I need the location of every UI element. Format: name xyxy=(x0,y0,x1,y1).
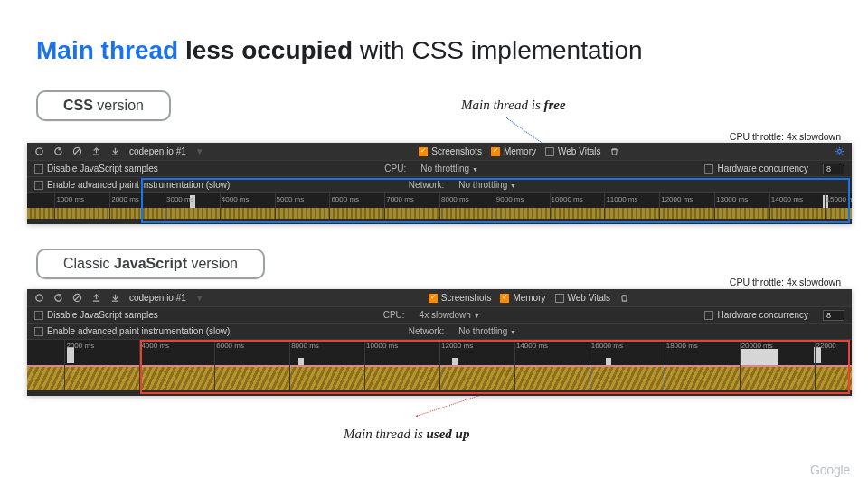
record-icon[interactable] xyxy=(34,146,44,156)
hw-concurrency-input[interactable]: 8 xyxy=(823,164,844,174)
svg-point-4 xyxy=(36,295,42,301)
devtools-panel-css: codepen.io #1 ▼ Screenshots Memory Web V… xyxy=(27,143,852,224)
disable-js-checkbox[interactable]: Disable JavaScript samples xyxy=(34,164,158,174)
webvitals-checkbox[interactable]: Web Vitals xyxy=(545,146,600,156)
timeline-tick: 22000 xyxy=(816,342,836,350)
devtools-panel-js: codepen.io #1 ▼ Screenshots Memory Web V… xyxy=(27,289,852,396)
webvitals-checkbox[interactable]: Web Vitals xyxy=(555,293,610,303)
timeline-tick: 16000 ms xyxy=(591,342,623,350)
timeline-tick: 15000 ms xyxy=(826,195,852,203)
devtools-settings-row-1: Disable JavaScript samples CPU: 4x slowd… xyxy=(27,307,852,324)
timeline-tick: 10000 ms xyxy=(366,342,398,350)
gear-icon[interactable] xyxy=(835,146,844,156)
timeline-tick: 6000 ms xyxy=(216,342,244,350)
timeline-js[interactable]: 2000 ms4000 ms6000 ms8000 ms10000 ms1200… xyxy=(27,340,852,390)
slide-title: Main thread less occupied with CSS imple… xyxy=(36,36,643,65)
memory-checkbox[interactable]: Memory xyxy=(500,293,545,303)
hw-concurrency-input[interactable]: 8 xyxy=(823,310,844,321)
label-css-version: CSS version xyxy=(36,90,171,121)
timeline-tick: 13000 ms xyxy=(716,195,748,203)
devtools-settings-row-2: Enable advanced paint instrumentation (s… xyxy=(27,177,852,193)
cpu-throttle-note-1: CPU throttle: 4x slowdown xyxy=(730,131,841,142)
trash-icon[interactable] xyxy=(619,293,629,303)
timeline-tick: 5000 ms xyxy=(277,195,305,203)
hw-concurrency-checkbox[interactable]: Hardware concurrency xyxy=(704,310,808,320)
timeline-css[interactable]: 1000 ms2000 ms3000 ms4000 ms5000 ms6000 … xyxy=(27,193,852,219)
google-logo: Google xyxy=(810,463,850,477)
devtools-toolbar: codepen.io #1 ▼ Screenshots Memory Web V… xyxy=(27,143,852,161)
clear-icon[interactable] xyxy=(72,146,82,156)
timeline-tick: 1000 ms xyxy=(56,195,84,203)
enable-paint-checkbox[interactable]: Enable advanced paint instrumentation (s… xyxy=(34,326,230,336)
annotation-free: Main thread is free xyxy=(461,98,566,113)
record-icon[interactable] xyxy=(34,293,44,303)
svg-line-2 xyxy=(75,149,80,155)
timeline-tick: 10000 ms xyxy=(552,195,583,203)
timeline-tick: 6000 ms xyxy=(331,195,359,203)
devtools-settings-row-1: Disable JavaScript samples CPU: No throt… xyxy=(27,161,852,177)
upload-icon[interactable] xyxy=(91,293,101,303)
download-icon[interactable] xyxy=(110,146,120,156)
timeline-tick: 14000 ms xyxy=(771,195,803,203)
timeline-tick: 2000 ms xyxy=(111,195,139,203)
screenshots-checkbox[interactable]: Screenshots xyxy=(419,146,482,156)
download-icon[interactable] xyxy=(110,293,120,303)
enable-paint-checkbox[interactable]: Enable advanced paint instrumentation (s… xyxy=(34,180,230,190)
timeline-tick: 4000 ms xyxy=(222,195,250,203)
devtools-toolbar: codepen.io #1 ▼ Screenshots Memory Web V… xyxy=(27,289,852,307)
devtools-tab[interactable]: codepen.io #1 xyxy=(129,293,186,303)
timeline-tick: 14000 ms xyxy=(516,342,548,350)
timeline-tick: 12000 ms xyxy=(441,342,473,350)
timeline-tick: 2000 ms xyxy=(66,342,94,350)
screenshots-checkbox[interactable]: Screenshots xyxy=(429,293,492,303)
memory-checkbox[interactable]: Memory xyxy=(491,146,536,156)
trash-icon[interactable] xyxy=(609,146,619,156)
disable-js-checkbox[interactable]: Disable JavaScript samples xyxy=(34,310,158,320)
timeline-tick: 8000 ms xyxy=(441,195,469,203)
label-js-version: Classic JavaScript version xyxy=(36,249,265,279)
title-emphasis: Main thread xyxy=(36,36,178,64)
clear-icon[interactable] xyxy=(72,293,82,303)
timeline-tick: 7000 ms xyxy=(386,195,414,203)
timeline-tick: 3000 ms xyxy=(166,195,194,203)
svg-line-6 xyxy=(75,296,80,301)
network-throttle-select[interactable]: No throttling ▼ xyxy=(458,326,516,336)
upload-icon[interactable] xyxy=(91,146,101,156)
title-bold: less occupied xyxy=(178,36,353,64)
timeline-tick: 20000 ms xyxy=(741,342,773,350)
timeline-tick: 9000 ms xyxy=(496,195,524,203)
title-rest: with CSS implementation xyxy=(353,36,643,64)
timeline-tick: 11000 ms xyxy=(606,195,637,203)
timeline-tick: 4000 ms xyxy=(141,342,169,350)
svg-point-0 xyxy=(36,148,42,155)
hw-concurrency-checkbox[interactable]: Hardware concurrency xyxy=(704,164,808,174)
network-throttle-select[interactable]: No throttling ▼ xyxy=(458,180,516,190)
devtools-tab[interactable]: codepen.io #1 xyxy=(129,146,186,156)
devtools-settings-row-2: Enable advanced paint instrumentation (s… xyxy=(27,324,852,340)
annotation-used: Main thread is used up xyxy=(344,427,469,442)
cpu-throttle-note-2: CPU throttle: 4x slowdown xyxy=(730,277,841,287)
timeline-tick: 18000 ms xyxy=(666,342,698,350)
cpu-throttle-select[interactable]: No throttling ▼ xyxy=(420,164,478,174)
reload-icon[interactable] xyxy=(53,146,63,156)
cpu-throttle-select[interactable]: 4x slowdown ▼ xyxy=(420,310,480,320)
svg-point-3 xyxy=(838,150,842,154)
timeline-tick: 8000 ms xyxy=(291,342,319,350)
timeline-tick: 12000 ms xyxy=(661,195,693,203)
reload-icon[interactable] xyxy=(53,293,63,303)
